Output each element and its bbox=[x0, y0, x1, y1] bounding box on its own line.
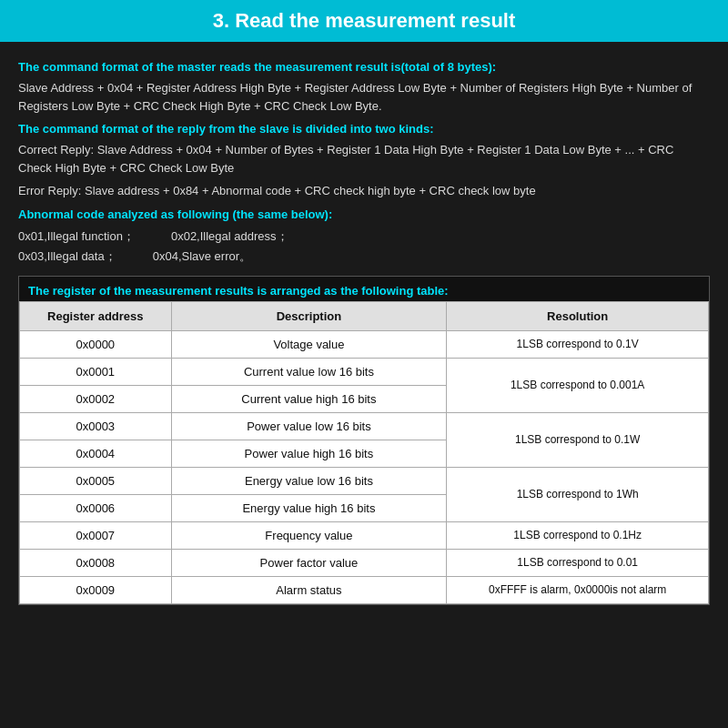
register-description: Energy value low 16 bits bbox=[171, 467, 447, 494]
abnormal-code-3: 0x03,Illegal data； bbox=[18, 247, 116, 267]
register-table: Register address Description Resolution … bbox=[19, 301, 709, 604]
section1-highlight: The command format of the master reads t… bbox=[18, 60, 710, 74]
abnormal-code-2: 0x02,Illegal address； bbox=[171, 227, 288, 247]
register-description: Current value low 16 bits bbox=[171, 358, 447, 385]
register-address: 0x0008 bbox=[20, 549, 172, 576]
register-resolution: 1LSB correspond to 0.1V bbox=[447, 330, 709, 358]
register-address: 0x0003 bbox=[20, 412, 172, 440]
register-resolution: 1LSB correspond to 0.1Hz bbox=[447, 521, 709, 549]
register-table-section: The register of the measurement results … bbox=[18, 276, 710, 605]
table-row: 0x0005Energy value low 16 bits1LSB corre… bbox=[20, 467, 709, 494]
table-row: 0x0001Current value low 16 bits1LSB corr… bbox=[20, 358, 709, 385]
section1-body: Slave Address + 0x04 + Register Address … bbox=[18, 79, 710, 115]
table-row: 0x0008Power factor value1LSB correspond … bbox=[20, 549, 709, 576]
register-description: Voltage value bbox=[171, 330, 447, 358]
abnormal-code-4: 0x04,Slave error。 bbox=[153, 247, 251, 267]
register-address: 0x0000 bbox=[20, 330, 172, 358]
abnormal-row-2: 0x03,Illegal data； 0x04,Slave error。 bbox=[18, 247, 710, 267]
section2-error: Error Reply: Slave address + 0x84 + Abno… bbox=[18, 182, 710, 200]
col-header-desc: Description bbox=[171, 301, 447, 330]
table-row: 0x0007Frequency value1LSB correspond to … bbox=[20, 521, 709, 549]
page-container: 3. Read the measurement result The comma… bbox=[0, 0, 728, 728]
register-description: Energy value high 16 bits bbox=[171, 494, 447, 521]
section2-highlight: The command format of the reply from the… bbox=[18, 122, 710, 136]
register-description: Power value high 16 bits bbox=[171, 440, 447, 467]
section2-correct: Correct Reply: Slave Address + 0x04 + Nu… bbox=[18, 141, 710, 177]
register-resolution: 0xFFFF is alarm, 0x0000is not alarm bbox=[447, 576, 709, 603]
col-header-res: Resolution bbox=[447, 301, 709, 330]
register-description: Frequency value bbox=[171, 521, 447, 549]
register-resolution: 1LSB correspond to 0.1W bbox=[447, 412, 709, 467]
section3-highlight: Abnormal code analyzed as following (the… bbox=[18, 207, 710, 221]
table-row: 0x0000Voltage value1LSB correspond to 0.… bbox=[20, 330, 709, 358]
register-address: 0x0009 bbox=[20, 576, 172, 603]
register-description: Power value low 16 bits bbox=[171, 412, 447, 440]
register-resolution: 1LSB correspond to 0.01 bbox=[447, 549, 709, 576]
register-address: 0x0006 bbox=[20, 494, 172, 521]
register-description: Power factor value bbox=[171, 549, 447, 576]
col-header-reg: Register address bbox=[20, 301, 172, 330]
register-description: Alarm status bbox=[171, 576, 447, 603]
register-resolution: 1LSB correspond to 1Wh bbox=[447, 467, 709, 521]
register-resolution: 1LSB correspond to 0.001A bbox=[447, 358, 709, 412]
register-address: 0x0001 bbox=[20, 358, 172, 385]
register-address: 0x0002 bbox=[20, 385, 172, 412]
table-header-text: The register of the measurement results … bbox=[19, 277, 709, 301]
abnormal-row-1: 0x01,Illegal function； 0x02,Illegal addr… bbox=[18, 227, 710, 247]
abnormal-code-1: 0x01,Illegal function； bbox=[18, 227, 135, 247]
register-address: 0x0004 bbox=[20, 440, 172, 467]
main-content: The command format of the master reads t… bbox=[0, 42, 728, 616]
register-description: Current value high 16 bits bbox=[171, 385, 447, 412]
table-row: 0x0003Power value low 16 bits1LSB corres… bbox=[20, 412, 709, 440]
page-title: 3. Read the measurement result bbox=[0, 0, 728, 42]
register-address: 0x0007 bbox=[20, 521, 172, 549]
register-address: 0x0005 bbox=[20, 467, 172, 494]
table-row: 0x0009Alarm status0xFFFF is alarm, 0x000… bbox=[20, 576, 709, 603]
